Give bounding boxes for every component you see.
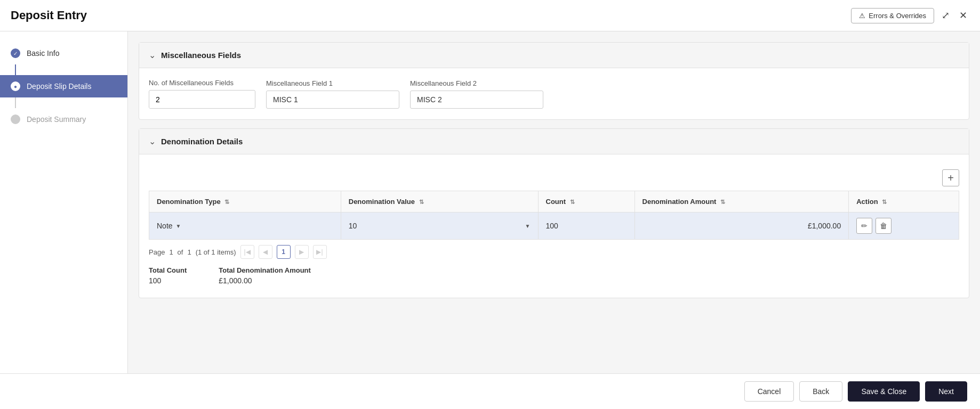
- page-1-button[interactable]: 1: [277, 245, 291, 259]
- total-count-label: Total Count: [149, 266, 187, 274]
- expand-icon[interactable]: ⤢: [939, 7, 952, 23]
- total-denom-label: Total Denomination Amount: [219, 266, 311, 274]
- sidebar: ✓ Basic Info ● Deposit Slip Details Depo…: [0, 31, 128, 373]
- next-page-button[interactable]: ▶: [295, 245, 309, 259]
- errors-btn-label: Errors & Overrides: [869, 12, 926, 20]
- sidebar-connector-2: [15, 97, 16, 108]
- of-label: of: [178, 248, 183, 256]
- col-denom-type: Denomination Type ⇅: [149, 191, 341, 212]
- col-action: Action ⇅: [849, 191, 959, 212]
- table-row: Note ▼ 10 ▼: [149, 212, 959, 240]
- denom-value-dropdown-arrow[interactable]: ▼: [525, 223, 531, 229]
- close-icon[interactable]: ✕: [957, 7, 969, 23]
- sidebar-item-basic-info[interactable]: ✓ Basic Info: [0, 42, 127, 64]
- warning-icon: ⚠: [859, 12, 865, 20]
- cell-denom-value: 10 ▼: [341, 212, 538, 240]
- pagination-area: Page 1 of 1 (1 of 1 items) |◀ ◀ 1 ▶ ▶|: [149, 240, 959, 261]
- footer: Cancel Back Save & Close Next: [0, 373, 980, 409]
- sidebar-item-deposit-summary[interactable]: Deposit Summary: [0, 108, 127, 130]
- header-actions: ⚠ Errors & Overrides ⤢ ✕: [851, 7, 969, 23]
- cancel-button[interactable]: Cancel: [744, 381, 794, 402]
- main-layout: ✓ Basic Info ● Deposit Slip Details Depo…: [0, 31, 980, 373]
- denomination-table: Denomination Type ⇅ Denomination Value ⇅…: [149, 191, 959, 240]
- no-of-fields-group: No. of Miscellaneous Fields ▼ ▲: [149, 79, 255, 109]
- sort-icon-denom-amount[interactable]: ⇅: [720, 199, 725, 205]
- cell-denom-amount: £1,000.00: [634, 212, 849, 240]
- sort-icon-action[interactable]: ⇅: [882, 199, 887, 205]
- misc-fields-form-row: No. of Miscellaneous Fields ▼ ▲: [149, 79, 959, 109]
- table-toolbar: +: [149, 165, 959, 191]
- last-page-button[interactable]: ▶|: [313, 245, 327, 259]
- col-denom-amount: Denomination Amount ⇅: [634, 191, 849, 212]
- step-indicator-deposit-summary: [11, 114, 20, 124]
- misc-fields-title: Miscellaneous Fields: [161, 51, 241, 60]
- denomination-title: Denomination Details: [161, 137, 243, 146]
- denom-type-cell-wrapper: Note ▼: [157, 222, 333, 230]
- total-count-group: Total Count 100: [149, 266, 187, 285]
- table-header: Denomination Type ⇅ Denomination Value ⇅…: [149, 191, 959, 212]
- total-count-value: 100: [149, 276, 187, 285]
- col-count: Count ⇅: [538, 191, 634, 212]
- total-pages: 1: [187, 248, 191, 256]
- page-label: Page: [149, 248, 165, 256]
- misc-fields-body: No. of Miscellaneous Fields ▼ ▲: [139, 68, 969, 119]
- no-of-fields-input[interactable]: [149, 91, 255, 108]
- sidebar-label-deposit-slip: Deposit Slip Details: [27, 82, 91, 91]
- misc-fields-chevron-icon: ⌄: [149, 50, 156, 60]
- current-page: 1: [169, 248, 173, 256]
- action-cell-wrapper: ✏ 🗑: [856, 218, 951, 234]
- cell-denom-type: Note ▼: [149, 212, 341, 240]
- denomination-card-body: + Denomination Type ⇅ Denominatio: [139, 154, 969, 298]
- misc-field-2-input[interactable]: [410, 91, 543, 109]
- prev-page-button[interactable]: ◀: [259, 245, 272, 259]
- sort-icon-count[interactable]: ⇅: [570, 199, 575, 205]
- sort-icon-denom-value[interactable]: ⇅: [419, 199, 424, 205]
- next-button[interactable]: Next: [925, 381, 967, 402]
- misc-field-1-group: Miscellaneous Field 1: [266, 79, 399, 109]
- cell-count: 100: [538, 212, 634, 240]
- table-body: Note ▼ 10 ▼: [149, 212, 959, 240]
- add-row-button[interactable]: +: [942, 169, 959, 186]
- misc-field-1-label: Miscellaneous Field 1: [266, 79, 399, 87]
- items-label: (1 of 1 items): [196, 248, 236, 256]
- denomination-details-card: ⌄ Denomination Details + Denomination Ty…: [139, 128, 969, 298]
- errors-overrides-button[interactable]: ⚠ Errors & Overrides: [851, 8, 934, 23]
- sidebar-label-deposit-summary: Deposit Summary: [27, 115, 86, 124]
- col-denom-value: Denomination Value ⇅: [341, 191, 538, 212]
- step-indicator-basic-info: ✓: [11, 48, 20, 58]
- misc-field-2-group: Miscellaneous Field 2: [410, 79, 543, 109]
- edit-row-button[interactable]: ✏: [856, 218, 872, 234]
- count-value: 100: [546, 222, 558, 230]
- denom-value-number: 10: [349, 222, 357, 230]
- totals-area: Total Count 100 Total Denomination Amoun…: [149, 261, 959, 287]
- content-area: ⌄ Miscellaneous Fields No. of Miscellane…: [128, 31, 980, 373]
- header: Deposit Entry ⚠ Errors & Overrides ⤢ ✕: [0, 0, 980, 31]
- total-denom-group: Total Denomination Amount £1,000.00: [219, 266, 311, 285]
- step-indicator-deposit-slip: ●: [11, 81, 20, 91]
- delete-row-button[interactable]: 🗑: [875, 218, 891, 234]
- misc-fields-card-header[interactable]: ⌄ Miscellaneous Fields: [139, 43, 969, 68]
- no-of-fields-label: No. of Miscellaneous Fields: [149, 79, 255, 87]
- back-button[interactable]: Back: [799, 381, 842, 402]
- denomination-card-header[interactable]: ⌄ Denomination Details: [139, 129, 969, 154]
- denom-amount-value: £1,000.00: [808, 222, 841, 230]
- denomination-chevron-icon: ⌄: [149, 136, 156, 146]
- sidebar-connector-1: [15, 64, 16, 75]
- denom-type-dropdown-arrow[interactable]: ▼: [176, 223, 181, 229]
- misc-fields-card: ⌄ Miscellaneous Fields No. of Miscellane…: [139, 42, 969, 120]
- app-container: Deposit Entry ⚠ Errors & Overrides ⤢ ✕ ✓…: [0, 0, 980, 409]
- app-title: Deposit Entry: [11, 9, 87, 22]
- sidebar-label-basic-info: Basic Info: [27, 49, 59, 58]
- cell-action: ✏ 🗑: [849, 212, 959, 240]
- misc-field-2-label: Miscellaneous Field 2: [410, 79, 543, 87]
- first-page-button[interactable]: |◀: [240, 245, 254, 259]
- sidebar-item-deposit-slip-details[interactable]: ● Deposit Slip Details: [0, 75, 127, 97]
- denom-type-value: Note: [157, 222, 173, 230]
- total-denom-value: £1,000.00: [219, 276, 311, 285]
- denom-value-cell-wrapper: 10 ▼: [349, 222, 531, 230]
- misc-field-1-input[interactable]: [266, 91, 399, 109]
- save-close-button[interactable]: Save & Close: [848, 381, 920, 402]
- sort-icon-denom-type[interactable]: ⇅: [224, 199, 229, 205]
- no-of-fields-spinner: ▼ ▲: [149, 90, 255, 109]
